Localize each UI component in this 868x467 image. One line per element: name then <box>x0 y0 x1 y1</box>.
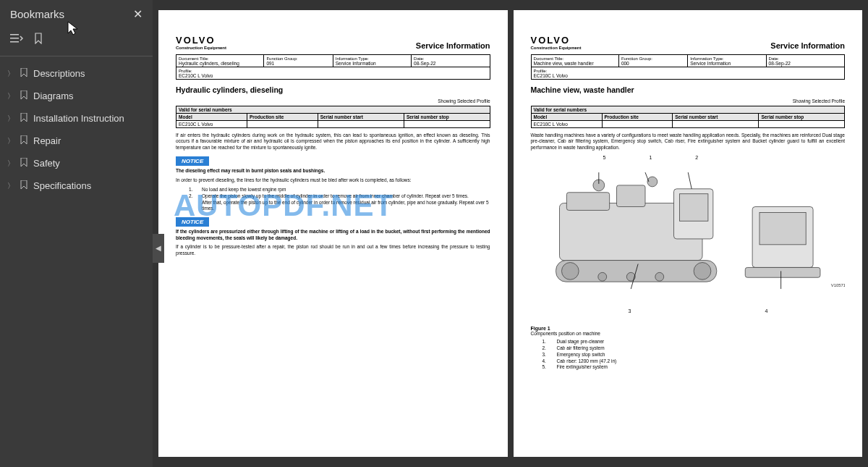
subbrand-text: Construction Equipment <box>531 46 582 50</box>
service-info-heading: Service Information <box>770 41 845 50</box>
bookmark-icon <box>20 91 27 101</box>
profile-note: Showing Selected Profile <box>531 98 846 104</box>
bookmarks-sidebar: Bookmarks ✕ 〉 Descriptions 〉 Diagrams 〉 … <box>0 0 153 467</box>
bookmark-label: Repair <box>33 135 61 146</box>
sidebar-toolbar <box>0 28 153 56</box>
close-icon[interactable]: ✕ <box>133 7 142 21</box>
bookmark-icon <box>20 180 27 191</box>
chevron-right-icon: 〉 <box>7 181 14 191</box>
bookmark-icon <box>20 158 27 169</box>
bookmark-item-diagrams[interactable]: 〉 Diagrams <box>0 85 153 107</box>
component-list: 1.Dual stage pre-cleaner 2.Cab air filte… <box>542 339 846 371</box>
volvo-logo: VOLVO Construction Equipment <box>531 35 582 50</box>
bookmark-list: 〉 Descriptions 〉 Diagrams 〉 Installation… <box>0 56 153 203</box>
bookmark-item-descriptions[interactable]: 〉 Descriptions <box>0 62 153 85</box>
chevron-right-icon: 〉 <box>7 69 14 79</box>
svg-rect-0 <box>10 34 19 35</box>
steps-list: 1.No load and keep the lowest engine rpm… <box>189 187 490 212</box>
bookmark-label: Safety <box>33 158 60 169</box>
sidebar-header: Bookmarks ✕ <box>0 0 153 28</box>
notice-bold: If the cylinders are pressurized either … <box>176 229 490 241</box>
bookmark-icon <box>20 135 27 146</box>
section-title: Machine view, waste handler <box>531 85 846 94</box>
svg-rect-2 <box>10 41 19 43</box>
svg-line-21 <box>688 172 692 189</box>
bookmark-label: Descriptions <box>33 68 85 79</box>
section-title: Hydraulic cylinders, dieseling <box>176 85 490 94</box>
paragraph: If a cylinder is to be pressure-tested a… <box>176 244 490 256</box>
svg-point-7 <box>647 177 657 187</box>
figure-caption: Components position on machine <box>531 331 846 336</box>
diagram-ref: V1057158 <box>830 283 845 287</box>
figure-label: Figure 1 <box>531 326 846 331</box>
collapse-sidebar-handle[interactable]: ◀ <box>153 234 164 263</box>
svg-rect-9 <box>679 194 708 222</box>
brand-text: VOLVO <box>531 35 582 46</box>
document-viewer[interactable]: VOLVO Construction Equipment Service Inf… <box>153 0 868 467</box>
notice-bold: The dieseling effect may result in burnt… <box>176 168 490 174</box>
paragraph: If air enters the hydraulic cylinders du… <box>176 132 490 151</box>
chevron-right-icon: 〉 <box>7 136 14 146</box>
paragraph: Waste handling machines have a variety o… <box>531 132 846 151</box>
volvo-logo: VOLVO Construction Equipment <box>176 35 226 50</box>
serial-number-table: Valid for serial numbers ModelProduction… <box>531 106 846 128</box>
notice-badge: NOTICE <box>176 217 209 227</box>
svg-rect-17 <box>760 213 806 245</box>
svg-point-12 <box>694 263 711 280</box>
bookmark-item-safety[interactable]: 〉 Safety <box>0 152 153 174</box>
svg-point-15 <box>655 273 663 282</box>
svg-rect-1 <box>10 38 19 39</box>
brand-text: VOLVO <box>176 35 226 46</box>
pdf-page-right: VOLVO Construction Equipment Service Inf… <box>514 10 863 457</box>
svg-rect-4 <box>566 193 609 211</box>
bookmark-label: Diagrams <box>33 91 74 101</box>
sidebar-title: Bookmarks <box>10 8 64 20</box>
meta-table: Document Title:Hydraulic cylinders, dies… <box>176 54 490 80</box>
bookmark-icon <box>20 113 27 124</box>
bookmark-item-repair[interactable]: 〉 Repair <box>0 130 153 152</box>
meta-table: Document Title:Machine view, waste handl… <box>531 54 846 80</box>
options-icon[interactable] <box>10 33 23 47</box>
svg-point-11 <box>561 263 579 280</box>
bookmark-label: Installation Instruction <box>33 113 124 124</box>
chevron-right-icon: 〉 <box>7 114 14 124</box>
bookmark-item-specifications[interactable]: 〉 Specifications <box>0 174 153 197</box>
bookmark-ribbon-icon[interactable] <box>33 33 43 47</box>
paragraph: In order to prevent dieseling, the lines… <box>176 177 490 183</box>
svg-line-20 <box>645 172 649 182</box>
svg-point-14 <box>626 273 635 282</box>
pdf-page-left: VOLVO Construction Equipment Service Inf… <box>158 10 508 457</box>
chevron-right-icon: 〉 <box>7 91 14 101</box>
chevron-right-icon: 〉 <box>7 159 14 169</box>
excavator-illustration: V1057158 <box>531 163 846 308</box>
serial-number-table: Valid for serial numbers ModelProduction… <box>176 106 490 128</box>
svg-rect-18 <box>745 268 820 278</box>
profile-note: Showing Selected Profile <box>176 98 490 104</box>
subbrand-text: Construction Equipment <box>176 46 226 50</box>
bookmark-icon <box>20 68 27 79</box>
bookmark-item-installation[interactable]: 〉 Installation Instruction <box>0 107 153 130</box>
bookmark-label: Specifications <box>33 180 91 191</box>
notice-badge: NOTICE <box>176 156 209 166</box>
svg-point-13 <box>597 273 606 282</box>
service-info-heading: Service Information <box>416 41 490 50</box>
machine-diagram: 5 1 2 <box>531 155 846 321</box>
svg-rect-5 <box>616 185 645 207</box>
